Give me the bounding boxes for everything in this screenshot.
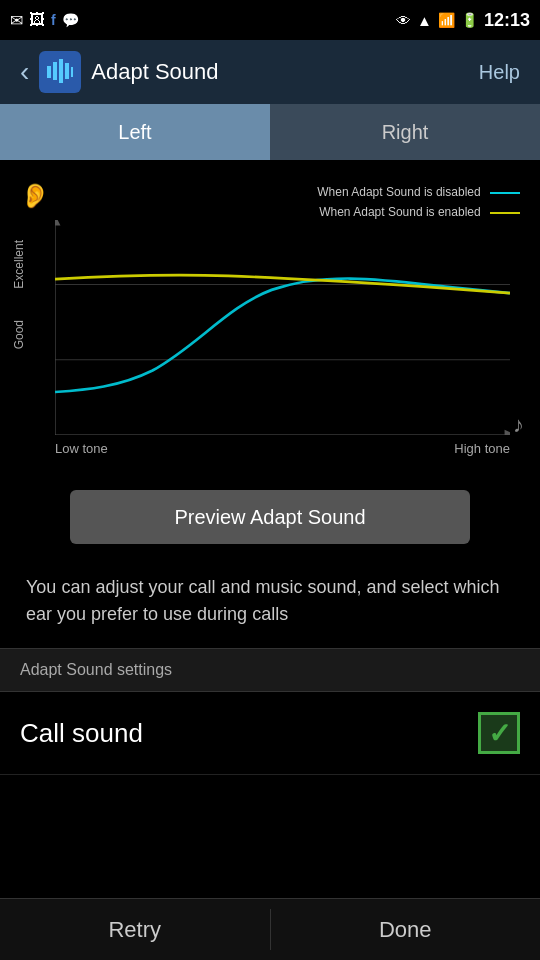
legend-disabled-label: When Adapt Sound is disabled xyxy=(317,185,480,199)
status-icons-left: ✉ 🖼 f 💬 xyxy=(10,11,79,30)
svg-rect-3 xyxy=(65,63,69,79)
back-button[interactable]: ‹ xyxy=(10,56,39,88)
top-bar: ‹ Adapt Sound Help xyxy=(0,40,540,104)
status-bar: ✉ 🖼 f 💬 👁 ▲ 📶 🔋 12:13 xyxy=(0,0,540,40)
retry-button[interactable]: Retry xyxy=(0,899,270,960)
battery-icon: 🔋 xyxy=(461,12,478,28)
clock: 12:13 xyxy=(484,10,530,31)
signal-icon: 📶 xyxy=(438,12,455,28)
legend-enabled-line xyxy=(490,212,520,214)
tab-left[interactable]: Left xyxy=(0,104,270,160)
svg-marker-8 xyxy=(505,430,510,435)
legend-disabled-line xyxy=(490,192,520,194)
image-icon: 🖼 xyxy=(29,11,45,29)
wifi-icon: ▲ xyxy=(417,12,432,29)
call-sound-row[interactable]: Call sound ✓ xyxy=(0,692,540,775)
svg-marker-10 xyxy=(55,220,60,225)
chat-icon: 💬 xyxy=(62,12,79,28)
status-icons-right: 👁 ▲ 📶 🔋 12:13 xyxy=(396,10,530,31)
mail-icon: ✉ xyxy=(10,11,23,30)
bottom-bar: Retry Done xyxy=(0,898,540,960)
tab-right[interactable]: Right xyxy=(270,104,540,160)
chart-legend: When Adapt Sound is disabled When Adapt … xyxy=(317,182,520,222)
music-note-icon: ♪ xyxy=(513,412,524,438)
done-button[interactable]: Done xyxy=(271,899,541,960)
chart-area: 👂 When Adapt Sound is disabled When Adap… xyxy=(0,160,540,470)
settings-section-header: Adapt Sound settings xyxy=(0,648,540,692)
checkmark-icon: ✓ xyxy=(488,717,511,750)
call-sound-checkbox[interactable]: ✓ xyxy=(478,712,520,754)
svg-rect-0 xyxy=(47,66,51,78)
legend-enabled-label: When Adapt Sound is enabled xyxy=(319,205,480,219)
svg-rect-1 xyxy=(53,62,57,80)
ear-icon: 👂 xyxy=(20,182,50,210)
svg-rect-2 xyxy=(59,59,63,83)
chart-svg xyxy=(55,220,510,435)
page-title: Adapt Sound xyxy=(91,59,469,85)
description-text: You can adjust your call and music sound… xyxy=(0,564,540,648)
call-sound-label: Call sound xyxy=(20,718,478,749)
facebook-icon: f xyxy=(51,12,56,28)
svg-rect-4 xyxy=(71,67,73,77)
eye-icon: 👁 xyxy=(396,12,411,29)
settings-title: Adapt Sound settings xyxy=(20,661,172,678)
app-icon xyxy=(39,51,81,93)
help-button[interactable]: Help xyxy=(469,61,530,84)
high-tone-label: High tone xyxy=(454,441,510,456)
tab-bar: Left Right xyxy=(0,104,540,160)
preview-adapt-sound-button[interactable]: Preview Adapt Sound xyxy=(70,490,470,544)
y-label-good: Good xyxy=(12,320,26,349)
low-tone-label: Low tone xyxy=(55,441,108,456)
y-label-excellent: Excellent xyxy=(12,240,26,289)
